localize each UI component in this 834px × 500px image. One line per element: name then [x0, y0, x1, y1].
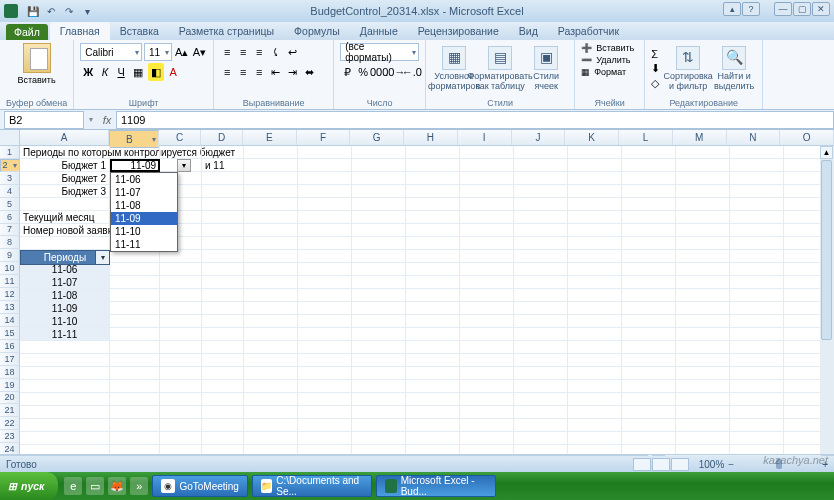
- cell[interactable]: [622, 419, 676, 432]
- maximize-button[interactable]: ▢: [793, 2, 811, 16]
- cell[interactable]: [676, 367, 730, 380]
- cell[interactable]: [244, 406, 298, 419]
- cell[interactable]: [352, 276, 406, 289]
- wrap-text-icon[interactable]: ↩: [285, 43, 300, 61]
- cell[interactable]: Периоды по которым контролируется бюджет: [20, 146, 110, 159]
- col-A[interactable]: A: [20, 130, 110, 145]
- cell[interactable]: [352, 302, 406, 315]
- cell[interactable]: [622, 159, 676, 172]
- cell[interactable]: 11-07: [20, 276, 110, 289]
- cell[interactable]: [730, 367, 784, 380]
- cell[interactable]: [160, 341, 202, 354]
- cell[interactable]: [514, 250, 568, 263]
- cell[interactable]: [110, 432, 160, 445]
- percent-icon[interactable]: %: [356, 63, 370, 81]
- cell[interactable]: [20, 432, 110, 445]
- cell[interactable]: [460, 172, 514, 185]
- cell[interactable]: [730, 380, 784, 393]
- cell[interactable]: [202, 328, 244, 341]
- view-pagelayout-button[interactable]: [652, 458, 670, 471]
- cell[interactable]: [244, 146, 298, 159]
- zoom-level[interactable]: 100%: [699, 459, 725, 470]
- validation-dropdown-list[interactable]: 11-06 11-07 11-08 11-09 11-10 11-11: [110, 172, 178, 252]
- font-color-icon[interactable]: A: [166, 63, 180, 81]
- font-name-select[interactable]: Calibri: [80, 43, 142, 61]
- cell[interactable]: [244, 315, 298, 328]
- cell[interactable]: [352, 172, 406, 185]
- col-J[interactable]: J: [512, 130, 566, 145]
- cell[interactable]: [244, 419, 298, 432]
- cell[interactable]: [352, 198, 406, 211]
- cell[interactable]: [244, 367, 298, 380]
- cell[interactable]: [406, 289, 460, 302]
- cell[interactable]: [160, 328, 202, 341]
- col-F[interactable]: F: [297, 130, 351, 145]
- cell[interactable]: [406, 172, 460, 185]
- select-all-corner[interactable]: [0, 130, 20, 145]
- cell[interactable]: [160, 263, 202, 276]
- cell[interactable]: [568, 367, 622, 380]
- cell[interactable]: [676, 432, 730, 445]
- cell[interactable]: [298, 289, 352, 302]
- cell[interactable]: [298, 380, 352, 393]
- align-mid-icon[interactable]: ≡: [236, 43, 250, 61]
- cell[interactable]: [298, 198, 352, 211]
- cell[interactable]: [160, 393, 202, 406]
- cell[interactable]: [110, 406, 160, 419]
- tab-pagelayout[interactable]: Разметка страницы: [169, 22, 284, 40]
- cell[interactable]: [202, 211, 244, 224]
- cell[interactable]: [352, 406, 406, 419]
- cell[interactable]: [460, 406, 514, 419]
- cell[interactable]: Бюджет 2: [20, 172, 110, 185]
- cell[interactable]: [676, 237, 730, 250]
- cell[interactable]: [298, 315, 352, 328]
- cell[interactable]: [460, 393, 514, 406]
- cell[interactable]: [460, 419, 514, 432]
- cell[interactable]: [160, 432, 202, 445]
- cell[interactable]: [298, 276, 352, 289]
- cell[interactable]: [160, 380, 202, 393]
- cell[interactable]: [514, 198, 568, 211]
- cell[interactable]: [730, 263, 784, 276]
- tab-formulas[interactable]: Формулы: [284, 22, 350, 40]
- cell[interactable]: [676, 224, 730, 237]
- col-O[interactable]: O: [780, 130, 834, 145]
- tab-insert[interactable]: Вставка: [110, 22, 169, 40]
- cell[interactable]: [622, 224, 676, 237]
- find-select-button[interactable]: 🔍Найти и выделить: [712, 43, 756, 95]
- cell[interactable]: [676, 289, 730, 302]
- cell[interactable]: [406, 211, 460, 224]
- cell[interactable]: [514, 263, 568, 276]
- cell[interactable]: [568, 419, 622, 432]
- cell[interactable]: [730, 354, 784, 367]
- cell[interactable]: [514, 302, 568, 315]
- row-header[interactable]: 19: [0, 379, 20, 392]
- cell[interactable]: [622, 406, 676, 419]
- cell[interactable]: [110, 276, 160, 289]
- cell[interactable]: [622, 341, 676, 354]
- row-header[interactable]: 5: [0, 198, 20, 211]
- cell[interactable]: [730, 406, 784, 419]
- col-D[interactable]: D: [201, 130, 243, 145]
- cell[interactable]: [730, 419, 784, 432]
- row-header[interactable]: 20: [0, 392, 20, 405]
- name-box[interactable]: B2: [4, 111, 84, 129]
- cell[interactable]: [20, 237, 110, 250]
- cell[interactable]: [514, 432, 568, 445]
- cell[interactable]: [160, 354, 202, 367]
- cell[interactable]: [406, 198, 460, 211]
- cell[interactable]: [406, 367, 460, 380]
- cell[interactable]: [298, 263, 352, 276]
- cell[interactable]: [406, 185, 460, 198]
- periods-header[interactable]: Периоды▾: [20, 250, 110, 265]
- row-header[interactable]: 2: [0, 159, 20, 172]
- delete-cells[interactable]: Удалить: [596, 55, 630, 65]
- cell[interactable]: [622, 146, 676, 159]
- cell[interactable]: [676, 328, 730, 341]
- cell[interactable]: [110, 354, 160, 367]
- cell[interactable]: [110, 380, 160, 393]
- cell[interactable]: [568, 406, 622, 419]
- font-size-select[interactable]: 11: [144, 43, 172, 61]
- cell[interactable]: [406, 146, 460, 159]
- cell[interactable]: [568, 185, 622, 198]
